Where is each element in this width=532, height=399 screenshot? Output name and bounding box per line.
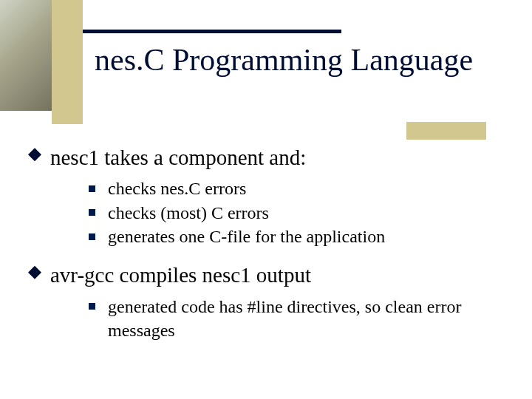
sub-bullet-text: checks nes.C errors — [108, 179, 246, 198]
sub-bullet: checks nes.C errors — [89, 177, 510, 200]
sub-bullet-text: generates one C-file for the application — [108, 227, 385, 246]
sub-bullet: checks (most) C errors — [89, 201, 510, 225]
slide-body: nesc1 takes a component and: checks nes.… — [25, 144, 510, 355]
sub-bullet-list: checks nes.C errors checks (most) C erro… — [89, 177, 510, 248]
decorative-accent-block — [406, 122, 486, 140]
title-underline — [83, 30, 341, 33]
bullet-text: avr-gcc compiles nesc1 output — [50, 263, 311, 287]
sub-bullet: generated code has #line directives, so … — [89, 295, 510, 343]
title-area: nes.C Programming Language — [95, 43, 517, 77]
bullet-level1: avr-gcc compiles nesc1 output — [25, 262, 510, 288]
sub-bullet-list: generated code has #line directives, so … — [89, 295, 510, 343]
sub-bullet-text: checks (most) C errors — [108, 203, 269, 222]
decorative-strip — [52, 0, 83, 124]
sub-bullet: generates one C-file for the application — [89, 225, 510, 248]
slide-title: nes.C Programming Language — [95, 43, 517, 77]
bullet-text: nesc1 takes a component and: — [50, 146, 306, 169]
bullet-level1: nesc1 takes a component and: — [25, 144, 510, 171]
sub-bullet-text: generated code has #line directives, so … — [108, 297, 461, 340]
